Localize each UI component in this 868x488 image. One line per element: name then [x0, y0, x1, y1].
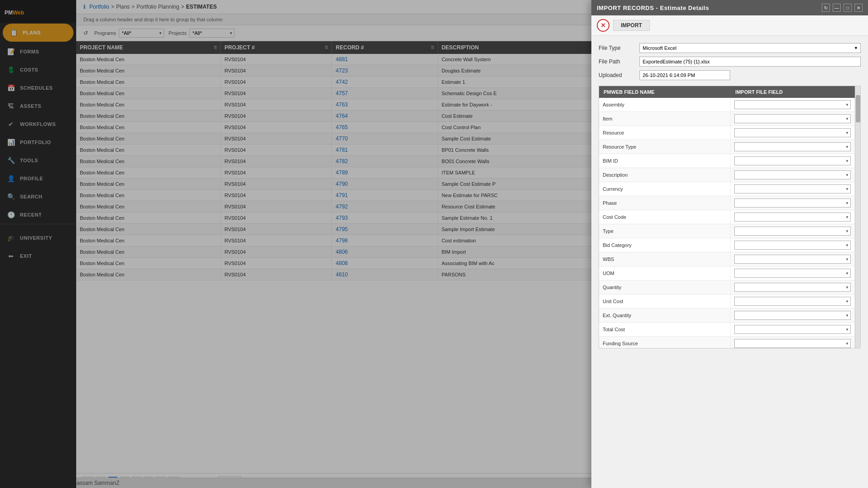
mapping-field-name: Resource Type	[599, 140, 731, 154]
mapping-field-name: Cost Code	[599, 210, 731, 224]
mapping-field-select-cell	[731, 196, 855, 210]
mapping-field-select-cell	[731, 323, 855, 337]
mapping-field-name: Item	[599, 112, 731, 126]
mapping-field-select-cell	[731, 210, 855, 224]
mapping-field-select[interactable]	[734, 255, 851, 264]
modal-title: IMPORT RECORDS - Estimate Details	[597, 5, 709, 11]
mapping-field-select[interactable]	[734, 100, 851, 109]
mapping-table-wrapper: PMWEB FIELD NAME IMPORT FILE FIELD Assem…	[599, 86, 861, 348]
mapping-field-select-cell	[731, 266, 855, 280]
mapping-row: Bid Category	[599, 238, 855, 252]
mapping-field-name: Description	[599, 168, 731, 182]
mapping-field-name: Type	[599, 224, 731, 238]
mapping-row: Cost Code	[599, 210, 855, 224]
import-form: File Type Microsoft Excel ▼ File Path Up…	[599, 43, 861, 80]
mapping-table: PMWEB FIELD NAME IMPORT FILE FIELD Assem…	[599, 86, 855, 348]
mapping-field-name: Currency	[599, 182, 731, 196]
mapping-row: Item	[599, 112, 855, 126]
mapping-field-name: UOM	[599, 266, 731, 280]
mapping-row: Phase	[599, 196, 855, 210]
mapping-field-name: WBS	[599, 252, 731, 266]
mapping-field-select[interactable]	[734, 128, 851, 137]
file-path-input[interactable]	[639, 57, 861, 67]
mapping-row: Resource	[599, 126, 855, 140]
modal-dialog: IMPORT RECORDS - Estimate Details ↻ — □ …	[591, 0, 868, 488]
mapping-row: Currency	[599, 182, 855, 196]
modal-minimize-button[interactable]: —	[833, 4, 841, 12]
mapping-field-name: Ext. Quantity	[599, 309, 731, 323]
mapping-field-name: Bid Category	[599, 238, 731, 252]
mapping-col-pmweb: PMWEB FIELD NAME	[599, 86, 731, 98]
mapping-row: WBS	[599, 252, 855, 266]
uploaded-row: Uploaded	[599, 70, 861, 80]
mapping-col-import: IMPORT FILE FIELD	[731, 86, 855, 98]
mapping-field-select-cell	[731, 224, 855, 238]
mapping-field-select-cell	[731, 295, 855, 309]
file-type-select[interactable]: Microsoft Excel	[639, 43, 861, 53]
mapping-field-select-cell	[731, 126, 855, 140]
modal-toolbar: ✕ IMPORT	[591, 15, 868, 36]
mapping-field-select-cell	[731, 238, 855, 252]
mapping-row: UOM	[599, 266, 855, 280]
cancel-button[interactable]: ✕	[597, 19, 610, 32]
mapping-field-name: Quantity	[599, 280, 731, 295]
mapping-field-select[interactable]	[734, 325, 851, 334]
file-type-row: File Type Microsoft Excel ▼	[599, 43, 861, 53]
mapping-field-select-cell	[731, 280, 855, 295]
mapping-row: Assembly	[599, 98, 855, 112]
modal-titlebar: IMPORT RECORDS - Estimate Details ↻ — □ …	[591, 0, 868, 15]
file-path-row: File Path	[599, 57, 861, 67]
modal-body: File Type Microsoft Excel ▼ File Path Up…	[591, 36, 868, 488]
mapping-field-select[interactable]	[734, 213, 851, 222]
mapping-field-name: Funding Source	[599, 337, 731, 348]
mapping-field-select-cell	[731, 168, 855, 182]
mapping-field-select-cell	[731, 112, 855, 126]
mapping-field-select-cell	[731, 309, 855, 323]
mapping-field-select-cell	[731, 252, 855, 266]
mapping-field-select[interactable]	[734, 170, 851, 179]
mapping-row: Description	[599, 168, 855, 182]
mapping-row: BIM ID	[599, 154, 855, 168]
mapping-row: Total Cost	[599, 323, 855, 337]
scroll-thumb	[856, 95, 860, 122]
mapping-field-select-cell	[731, 98, 855, 112]
file-type-label: File Type	[599, 45, 635, 51]
mapping-field-select-cell	[731, 140, 855, 154]
mapping-field-select[interactable]	[734, 339, 851, 348]
mapping-field-select[interactable]	[734, 241, 851, 250]
mapping-field-name: BIM ID	[599, 154, 731, 168]
modal-close-button[interactable]: ✕	[854, 4, 863, 12]
mapping-field-name: Resource	[599, 126, 731, 140]
mapping-row: Type	[599, 224, 855, 238]
mapping-row: Funding Source	[599, 337, 855, 348]
import-button[interactable]: IMPORT	[613, 20, 650, 31]
mapping-field-select[interactable]	[734, 114, 851, 123]
mapping-field-select[interactable]	[734, 198, 851, 208]
mapping-field-select[interactable]	[734, 311, 851, 320]
mapping-field-select[interactable]	[734, 297, 851, 306]
mapping-field-select[interactable]	[734, 227, 851, 236]
modal-maximize-button[interactable]: □	[844, 4, 852, 12]
vertical-scrollbar[interactable]	[855, 86, 860, 348]
mapping-field-name: Unit Cost	[599, 295, 731, 309]
mapping-field-select[interactable]	[734, 142, 851, 151]
mapping-field-name: Assembly	[599, 98, 731, 112]
mapping-row: Ext. Quantity	[599, 309, 855, 323]
mapping-field-name: Total Cost	[599, 323, 731, 337]
mapping-field-select[interactable]	[734, 184, 851, 193]
uploaded-label: Uploaded	[599, 72, 635, 78]
mapping-row: Resource Type	[599, 140, 855, 154]
mapping-field-select-cell	[731, 337, 855, 348]
mapping-field-select[interactable]	[734, 269, 851, 278]
mapping-field-select[interactable]	[734, 156, 851, 165]
mapping-field-select[interactable]	[734, 283, 851, 292]
uploaded-input[interactable]	[639, 70, 730, 80]
mapping-field-select-cell	[731, 154, 855, 168]
mapping-row: Quantity	[599, 280, 855, 295]
modal-refresh-button[interactable]: ↻	[822, 4, 830, 12]
file-path-label: File Path	[599, 58, 635, 65]
mapping-row: Unit Cost	[599, 295, 855, 309]
mapping-scroll-area[interactable]: PMWEB FIELD NAME IMPORT FILE FIELD Assem…	[599, 86, 855, 348]
mapping-field-select-cell	[731, 182, 855, 196]
mapping-field-name: Phase	[599, 196, 731, 210]
